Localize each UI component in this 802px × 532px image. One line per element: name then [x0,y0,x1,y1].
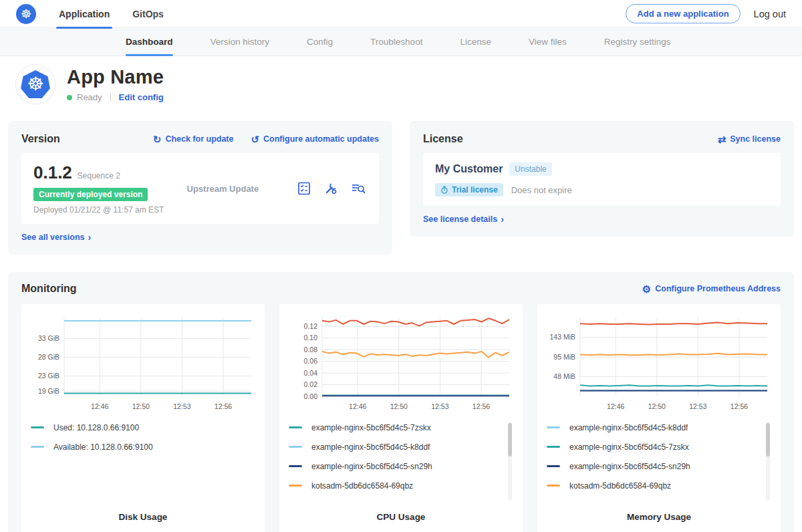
sync-arrows-icon: ⇄ [718,134,726,144]
clock-refresh-icon: ↺ [251,134,259,144]
tab-troubleshoot[interactable]: Troubleshoot [370,28,422,56]
add-application-button[interactable]: Add a new application [626,4,740,23]
version-sequence: Sequence 2 [78,171,120,180]
svg-text:12:53: 12:53 [431,402,448,410]
svg-text:12:50: 12:50 [648,402,666,410]
tab-license[interactable]: License [460,28,491,56]
page-title: App Name [67,66,164,88]
chevron-right-icon [501,214,504,225]
topnav-item-gitops[interactable]: GitOps [132,0,164,28]
legend-label: kotsadm-5db6dc6584-69qbz [569,481,671,491]
legend-item: Available: 10.128.0.66:9100 [31,441,245,452]
configure-prometheus-link[interactable]: ⚙ Configure Prometheus Address [642,284,781,294]
legend-dash-icon [289,485,302,487]
svg-text:95 MiB: 95 MiB [553,353,575,361]
svg-text:19 GiB: 19 GiB [38,387,59,395]
sync-license-link[interactable]: ⇄ Sync license [718,134,781,144]
tab-view-files[interactable]: View files [529,28,567,56]
legend-label: example-nginx-5bc6f5d4c5-7zskx [311,423,431,432]
chart-card-disk-usage: 12:4612:5012:5312:5633 GiB28 GiB23 GiB19… [21,304,265,532]
chart-card-cpu-usage: 12:4612:5012:5312:560.120.100.080.060.04… [279,304,523,532]
tab-registry-settings[interactable]: Registry settings [604,28,671,56]
version-card-title: Version [21,133,136,145]
currently-deployed-badge: Currently deployed version [33,188,148,201]
monitoring-charts: 12:4612:5012:5312:5633 GiB28 GiB23 GiB19… [21,304,781,532]
line-chart: 12:4612:5012:5312:56143 MiB95 MiB48 MiB [547,312,771,412]
license-card-title: License [423,133,700,145]
svg-text:0.08: 0.08 [304,346,318,354]
svg-text:12:50: 12:50 [132,402,150,410]
svg-text:12:46: 12:46 [349,402,366,410]
config-wrench-icon[interactable] [323,180,339,196]
svg-text:33 GiB: 33 GiB [38,334,59,342]
status-dot-icon [67,95,72,100]
svg-text:0.00: 0.00 [304,392,318,400]
app-header: App Name Ready Edit config [0,56,802,113]
logout-button[interactable]: Log out [754,9,786,19]
update-type-label: Upstream Update [187,184,296,194]
legend-item: example-nginx-5bc6f5d4c5-7zskx [289,422,503,433]
license-panel: My Customer Unstable Trial license Does … [423,153,781,206]
topnav-item-application[interactable]: Application [59,0,110,28]
svg-text:12:46: 12:46 [607,402,624,410]
top-nav: Application GitOps Add a new application… [0,0,802,28]
legend-item: example-nginx-5bc6f5d4c5-sn29h [547,460,761,472]
legend-label: example-nginx-5bc6f5d4c5-7zskx [569,442,689,452]
edit-config-link[interactable]: Edit config [119,92,164,102]
legend-label: example-nginx-5bc6f5d4c5-k8ddf [311,442,430,452]
svg-text:12:53: 12:53 [173,402,190,410]
chevron-right-icon [88,232,92,243]
current-version-panel: 0.1.2 Sequence 2 Currently deployed vers… [21,153,379,224]
chart-legend: Used: 10.128.0.66:9100Available: 10.128.… [31,422,255,460]
customer-name: My Customer [435,163,503,175]
version-number: 0.1.2 [33,162,72,183]
configure-automatic-updates-link[interactable]: ↺ Configure automatic updates [251,134,379,144]
legend-item: example-nginx-5bc6f5d4c5-sn29h [289,460,503,472]
app-avatar [16,65,55,104]
check-for-update-link[interactable]: ↻ Check for update [153,134,234,144]
legend-item: kotsadm-5db6dc6584-69qbz [289,480,503,491]
gear-icon: ⚙ [642,284,651,294]
legend-dash-icon [31,426,44,428]
preflight-checks-icon[interactable] [296,180,312,196]
legend-label: example-nginx-5bc6f5d4c5-sn29h [569,462,690,471]
legend-dash-icon [547,426,560,428]
svg-text:0.04: 0.04 [304,369,318,377]
svg-text:12:56: 12:56 [473,402,490,410]
legend-scrollbar[interactable] [508,422,512,501]
deployed-timestamp: Deployed 01/21/22 @ 11:57 am EST [33,205,187,215]
legend-label: example-nginx-5bc6f5d4c5-k8ddf [569,423,688,432]
line-chart: 12:4612:5012:5312:560.120.100.080.060.04… [289,312,513,412]
stopwatch-icon [440,186,448,194]
chart-title: Disk Usage [31,512,255,525]
divider [110,93,111,102]
legend-dash-icon [547,446,560,448]
svg-text:28 GiB: 28 GiB [38,353,59,361]
tab-dashboard[interactable]: Dashboard [126,28,173,56]
channel-badge: Unstable [509,162,551,176]
legend-dash-icon [31,446,44,448]
legend-scrollbar[interactable] [766,422,770,501]
legend-scrollbar-thumb[interactable] [508,423,512,456]
tab-config[interactable]: Config [307,28,333,56]
legend-item: kotsadm-5db6dc6584-69qbz [547,480,761,491]
chart-legend: example-nginx-5bc6f5d4c5-7zskxexample-ng… [289,422,513,499]
kubernetes-logo-icon[interactable] [16,4,36,24]
chart-title: CPU Usage [289,512,513,525]
svg-text:48 MiB: 48 MiB [553,372,575,380]
legend-item: example-nginx-5bc6f5d4c5-7zskx [547,441,761,452]
see-all-versions-link[interactable]: See all versions [21,232,91,243]
kubernetes-app-icon [21,70,50,98]
svg-text:0.10: 0.10 [304,334,318,342]
see-license-details-link[interactable]: See license details [423,214,504,225]
legend-label: example-nginx-5bc6f5d4c5-sn29h [311,462,432,471]
svg-text:12:53: 12:53 [689,402,706,410]
legend-scrollbar-thumb[interactable] [766,423,770,456]
svg-text:12:56: 12:56 [730,402,748,410]
legend-item: example-nginx-5bc6f5d4c5-k8ddf [289,441,503,452]
status-text: Ready [77,92,102,102]
refresh-icon: ↻ [153,134,162,144]
tab-version-history[interactable]: Version history [211,28,270,56]
view-logs-icon[interactable] [350,180,367,196]
license-card: License ⇄ Sync license My Customer Unsta… [410,121,794,237]
